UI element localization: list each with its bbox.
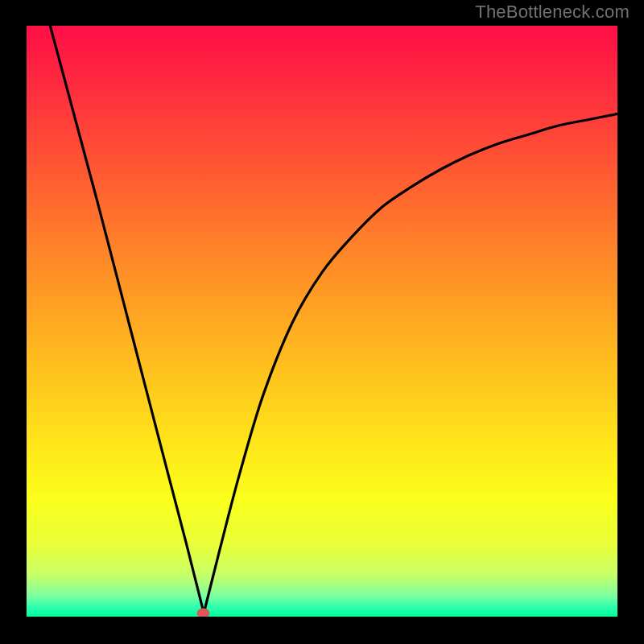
chart-frame: TheBottleneck.com: [0, 0, 644, 644]
plot-area: [27, 26, 617, 617]
watermark-text: TheBottleneck.com: [475, 2, 630, 23]
chart-curve: [27, 26, 617, 617]
minimum-point-marker: [196, 609, 209, 617]
